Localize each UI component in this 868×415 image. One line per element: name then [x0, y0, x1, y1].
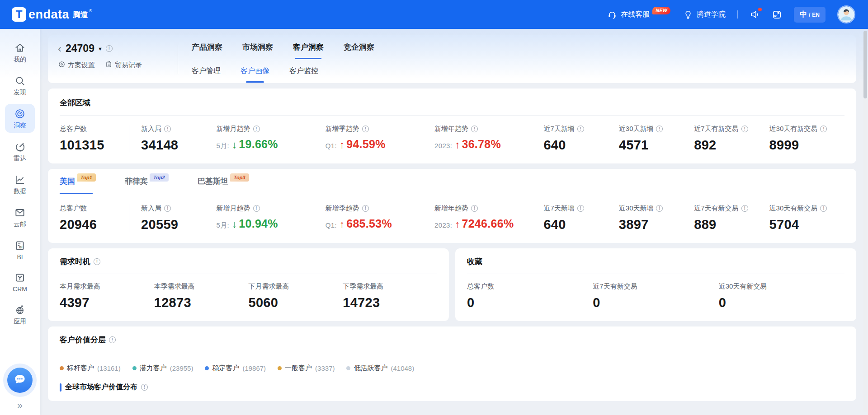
- info-icon[interactable]: !: [141, 384, 148, 391]
- stat-new-30d: 近30天新增!3897: [619, 204, 694, 232]
- info-icon[interactable]: !: [164, 205, 171, 212]
- legend-dot: [60, 366, 64, 370]
- stat-value: 12873: [154, 295, 249, 310]
- sidebar-item-data[interactable]: 数据: [5, 170, 35, 199]
- info-icon[interactable]: !: [471, 205, 478, 212]
- info-icon[interactable]: !: [820, 205, 827, 212]
- plan-id-dropdown[interactable]: 24709: [66, 42, 94, 55]
- info-icon[interactable]: !: [362, 205, 369, 212]
- info-icon[interactable]: !: [741, 205, 748, 212]
- stat-next-month-peak: 下月需求最高5060: [249, 282, 343, 310]
- sidebar-item-home[interactable]: 我的: [5, 38, 35, 67]
- stat-label: 本月需求最高: [60, 282, 154, 291]
- stat-label: 近30天有新交易!: [769, 125, 844, 133]
- announcement-icon[interactable]: [750, 9, 760, 20]
- tab-label: 美国: [60, 176, 75, 187]
- stat-yearly-trend: 新增年趋势!2023:↑7246.66%: [434, 204, 543, 232]
- info-icon[interactable]: !: [577, 126, 584, 132]
- info-icon[interactable]: !: [106, 45, 113, 52]
- info-icon[interactable]: !: [109, 336, 116, 343]
- registered-mark: ®: [89, 9, 92, 13]
- fullscreen-icon[interactable]: [772, 9, 782, 20]
- info-icon[interactable]: !: [164, 126, 171, 132]
- tab-label: 菲律宾: [125, 176, 148, 187]
- info-icon[interactable]: !: [577, 205, 584, 212]
- favorites-title-text: 收藏: [467, 256, 482, 267]
- tab-market[interactable]: 市场洞察: [242, 35, 273, 59]
- tab-label: 巴基斯坦: [198, 176, 228, 187]
- back-button[interactable]: ‹: [58, 43, 61, 54]
- plan-settings-label: 方案设置: [68, 61, 95, 70]
- subtab-monitor[interactable]: 客户监控: [289, 59, 318, 83]
- info-icon[interactable]: !: [656, 205, 663, 212]
- subtab-profile[interactable]: 客户画像: [241, 59, 269, 83]
- stat-yearly-trend: 新增年趋势!2023:↑36.78%: [434, 125, 543, 153]
- legend-item[interactable]: 标杆客户(13161): [60, 364, 121, 373]
- all-regions-title: 全部区域: [60, 98, 844, 108]
- info-icon[interactable]: !: [253, 205, 260, 212]
- info-icon[interactable]: !: [656, 126, 663, 132]
- info-icon[interactable]: !: [362, 126, 369, 132]
- stat-label: 下月需求最高: [249, 282, 343, 291]
- country-tab-usa[interactable]: 美国Top1: [60, 169, 96, 194]
- legend-item[interactable]: 低活跃客户(41048): [346, 364, 414, 373]
- stat-label: 总客户数: [60, 204, 129, 213]
- stat-total-customers: 总客户数20946: [60, 204, 129, 232]
- tab-rival[interactable]: 竞企洞察: [344, 35, 374, 59]
- stat-next-quarter-peak: 下季需求最高14723: [343, 282, 437, 310]
- tendata-logo[interactable]: T endata 腾道 ®: [12, 7, 92, 22]
- sidebar-item-crm[interactable]: CRM: [5, 268, 35, 296]
- tab-product[interactable]: 产品洞察: [192, 35, 222, 59]
- info-icon[interactable]: !: [820, 126, 827, 132]
- stat-new-7d: 近7天新增!640: [543, 204, 618, 232]
- stat-value: 5060: [249, 295, 343, 310]
- sidebar-item-bi[interactable]: BIBI: [5, 236, 35, 264]
- customer-value-card: 客户价值分层 ! 标杆客户(13161)潜力客户(23955)稳定客户(1986…: [48, 326, 856, 401]
- trend-percent: 94.59%: [346, 138, 386, 151]
- customer-value-title: 客户价值分层 !: [60, 335, 844, 345]
- stat-label: 总客户数: [60, 125, 129, 133]
- sidebar: 我的发现洞察雷达数据云邮BIBICRM应用 »: [0, 29, 40, 415]
- sidebar-item-discover[interactable]: 发现: [5, 71, 35, 100]
- country-stats: 总客户数20946新入局!20559新增月趋势!5月:↓10.94%新增季趋势!…: [60, 204, 844, 232]
- country-tab-pakistan[interactable]: 巴基斯坦Top3: [198, 169, 249, 194]
- scrollbar[interactable]: [863, 31, 867, 412]
- info-icon[interactable]: !: [471, 126, 478, 132]
- stat-label-text: 近30天有新交易: [769, 204, 818, 213]
- all-regions-card: 全部区域 总客户数101315新入局!34148新增月趋势!5月:↓19.66%…: [48, 89, 856, 163]
- stat-label-text: 新增季趋势: [326, 125, 359, 133]
- stat-label-text: 近30天新增: [619, 125, 654, 133]
- legend-item[interactable]: 稳定客户(19867): [205, 364, 266, 373]
- scrollbar-thumb[interactable]: [863, 31, 867, 98]
- trade-records-button[interactable]: 贸易记录: [105, 61, 142, 70]
- plan-settings-button[interactable]: 方案设置: [58, 61, 95, 70]
- collapse-sidebar-button[interactable]: »: [17, 400, 23, 410]
- sidebar-item-apps[interactable]: 应用: [5, 300, 35, 329]
- country-tab-philippines[interactable]: 菲律宾Top2: [125, 169, 169, 194]
- info-icon[interactable]: !: [94, 258, 100, 265]
- sidebar-item-radar[interactable]: 雷达: [5, 137, 35, 166]
- trend-period: 2023:: [434, 221, 452, 229]
- lang-en: EN: [812, 12, 820, 18]
- academy-button[interactable]: 腾道学院: [683, 9, 726, 19]
- chevron-down-icon[interactable]: ▼: [98, 46, 103, 51]
- stat-value: 4397: [60, 295, 154, 310]
- all-regions-stats: 总客户数101315新入局!34148新增月趋势!5月:↓19.66%新增季趋势…: [60, 125, 844, 153]
- sidebar-item-insight[interactable]: 洞察: [5, 104, 35, 133]
- online-service-button[interactable]: 在线客服 NEW: [607, 9, 671, 19]
- info-icon[interactable]: !: [253, 126, 260, 132]
- user-avatar[interactable]: [837, 5, 855, 23]
- sidebar-item-label: BI: [17, 253, 23, 261]
- crm-icon: [14, 272, 26, 284]
- legend-item[interactable]: 一般客户(3337): [278, 364, 335, 373]
- chat-button[interactable]: [7, 368, 33, 393]
- sidebar-item-mail[interactable]: 云邮: [5, 203, 35, 232]
- info-icon[interactable]: !: [741, 126, 748, 132]
- brand-name-cn: 腾道: [73, 9, 88, 20]
- stat-label: 新增年趋势!: [434, 125, 543, 133]
- subtab-manage[interactable]: 客户管理: [192, 59, 221, 83]
- legend-item[interactable]: 潜力客户(23955): [132, 364, 193, 373]
- insight-icon: [14, 108, 26, 120]
- language-toggle[interactable]: 中 / EN: [794, 7, 826, 23]
- tab-customer[interactable]: 客户洞察: [293, 35, 324, 59]
